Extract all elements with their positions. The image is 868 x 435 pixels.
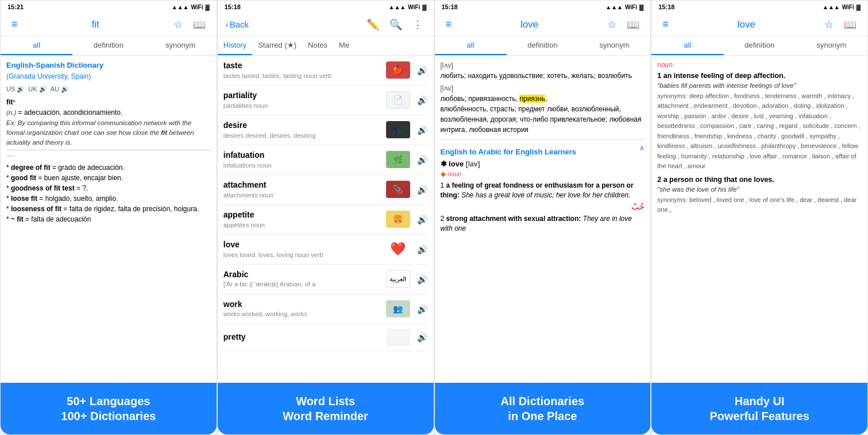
history-item-attachment-text: attachment attachments noun xyxy=(223,180,381,200)
phone-4: 15:18 ▲▲▲ WiFi ▓ ≡ love ☆ 📖 all definiti… xyxy=(651,0,868,435)
tab-synonym-4[interactable]: synonym xyxy=(796,36,867,55)
history-item-taste[interactable]: taste tastes tasted, tastes, tasting nou… xyxy=(223,56,428,86)
menu-icon-4[interactable]: ≡ xyxy=(659,18,672,30)
history-word-partiality: partiality xyxy=(223,90,381,102)
audio-icon-attachment[interactable]: 🔊 xyxy=(417,184,428,196)
thumb-attachment: 📎 xyxy=(386,181,410,198)
bullet-6: * ~ fit = falta de adecuación xyxy=(6,214,211,224)
synonyms-block-2: synonyms: beloved , loved one , love of … xyxy=(657,196,857,213)
phone-4-screen: 15:18 ▲▲▲ WiFi ▓ ≡ love ☆ 📖 all definiti… xyxy=(651,0,868,435)
history-item-infatuation[interactable]: infatuation infatuations noun 🌿 🔊 xyxy=(223,145,428,175)
tab-all-1[interactable]: all xyxy=(1,36,72,55)
time-4: 15:18 xyxy=(658,3,674,10)
history-item-attachment[interactable]: attachment attachments noun 📎 🔊 xyxy=(223,175,428,205)
tab-bar-1: all definition synonym xyxy=(1,36,217,56)
audio-icon-love[interactable]: 🔊 xyxy=(417,243,428,255)
tab-definition-4[interactable]: definition xyxy=(724,36,796,55)
history-word-taste: taste xyxy=(223,60,381,72)
history-sub-desire: desires desired, desires, desiring xyxy=(223,131,381,140)
pron-us[interactable]: US 🔊 xyxy=(6,85,25,94)
pron-au[interactable]: AU 🔊 xyxy=(51,85,69,94)
phone-2: 15:18 ▲▲▲ WiFi ▓ ‹ Back ✏️ 🔍 ⋮ History S… xyxy=(217,0,434,435)
tab-starred[interactable]: Starred (★) xyxy=(252,36,302,55)
collapse-icon-3[interactable]: ∧ xyxy=(639,143,645,153)
arabic-entry-block: ✱ love [lav] ◆ noun 1 a feeling of great… xyxy=(441,159,645,233)
audio-icon-desire[interactable]: 🔊 xyxy=(417,124,428,136)
audio-icon-infatuation[interactable]: 🔊 xyxy=(417,154,428,166)
menu-icon-3[interactable]: ≡ xyxy=(443,18,455,30)
history-sub-infatuation: infatuations noun xyxy=(223,161,381,170)
history-item-love[interactable]: love loves loved, loves, loving noun ver… xyxy=(223,235,428,265)
content-3: [lʌv] любить; находить удовольствие; хот… xyxy=(435,56,651,383)
history-item-desire[interactable]: desire desires desired, desires, desirin… xyxy=(223,115,428,145)
def-block-1: 1 an intense feeling of deep affection. … xyxy=(657,71,862,172)
tab-definition-1[interactable]: definition xyxy=(72,36,144,55)
audio-icon-taste[interactable]: 🔊 xyxy=(417,64,428,76)
menu-icon-1[interactable]: ≡ xyxy=(9,18,21,30)
history-item-partiality[interactable]: partiality partialities noun 📄 🔊 xyxy=(223,86,428,115)
history-item-work[interactable]: work works worked, working, works 👥 🔊 xyxy=(223,294,428,324)
audio-icon-pretty[interactable]: 🔊 xyxy=(417,331,428,343)
history-item-pretty[interactable]: pretty 🔊 xyxy=(223,324,428,351)
history-sub-work: works worked, working, works xyxy=(223,310,381,319)
phone-1: 15:21 ▲▲▲ WiFi ▓ ≡ fit ☆ 📖 all definitio… xyxy=(0,0,217,435)
diamond-icon: ◆ xyxy=(441,170,446,178)
wifi-icon-2: WiFi xyxy=(408,4,420,10)
bullet-3: * goodness of fit test = ?. xyxy=(6,183,211,193)
tab-all-3[interactable]: all xyxy=(435,36,507,55)
def-num-2: 2 xyxy=(657,176,663,184)
book-icon-1[interactable]: 📖 xyxy=(190,18,209,31)
audio-icon-arabic[interactable]: 🔊 xyxy=(417,273,428,285)
status-icons-2: ▲▲▲ WiFi ▓ xyxy=(388,4,426,10)
history-item-work-text: work works worked, working, works xyxy=(223,299,381,319)
battery-icon-4: ▓ xyxy=(857,4,861,10)
bookmark-icon-4[interactable]: ☆ xyxy=(821,18,836,31)
history-item-pretty-text: pretty xyxy=(223,332,381,343)
history-sub-love: loves loved, loves, loving noun verb xyxy=(223,251,381,259)
bookmark-icon-1[interactable]: ☆ xyxy=(171,18,186,31)
tab-all-4[interactable]: all xyxy=(651,36,723,55)
audio-icon-work[interactable]: 🔊 xyxy=(417,303,428,315)
book-icon-4[interactable]: 📖 xyxy=(841,18,859,31)
history-word-pretty: pretty xyxy=(223,332,381,343)
history-item-arabic[interactable]: Arabic ['Ar·a·bic || 'ærəbɪk] Arabian, o… xyxy=(223,265,428,294)
history-word-desire: desire xyxy=(223,120,381,131)
history-item-arabic-text: Arabic ['Ar·a·bic || 'ærəbɪk] Arabian, o… xyxy=(223,269,381,289)
history-word-love: love xyxy=(223,239,381,251)
entry-example-1: Ex: By comparing this informal communica… xyxy=(6,118,211,148)
noun-label-4: noun xyxy=(657,60,862,70)
tab-synonym-3[interactable]: synonym xyxy=(578,36,650,55)
more-icon[interactable]: ⋮ xyxy=(410,18,426,31)
def-num-1: 1 xyxy=(657,72,663,80)
bottom-banner-2: Word Lists Word Reminder xyxy=(218,383,434,434)
edit-icon[interactable]: ✏️ xyxy=(364,18,382,31)
history-item-taste-text: taste tastes tasted, tastes, tasting nou… xyxy=(223,60,381,80)
nav-title-4: love xyxy=(672,19,821,30)
history-item-appetite[interactable]: appetite appetites noun 🍔 🔊 xyxy=(223,205,428,235)
signal-icon-2: ▲▲▲ xyxy=(388,4,406,10)
thumb-desire: 🌑 xyxy=(386,121,410,138)
tab-synonym-1[interactable]: synonym xyxy=(145,36,217,55)
audio-icon-appetite[interactable]: 🔊 xyxy=(417,213,428,226)
noun-label-arabic: noun xyxy=(447,170,461,177)
tab-me[interactable]: Me xyxy=(333,36,355,55)
time-2: 15:18 xyxy=(225,3,241,10)
tab-definition-3[interactable]: definition xyxy=(507,36,578,55)
book-icon-3[interactable]: 📖 xyxy=(624,18,642,31)
status-icons-4: ▲▲▲ WiFi ▓ xyxy=(823,4,861,10)
tab-history[interactable]: History xyxy=(218,36,252,55)
arabic-def1: 1 a feeling of great fondness or enthusi… xyxy=(441,181,645,200)
russian-trans-2: любовь; привязанность, приязнь,влюблённо… xyxy=(441,94,645,135)
history-sub-partiality: partialities noun xyxy=(223,102,381,110)
pron-uk[interactable]: UK 🔊 xyxy=(28,85,47,94)
audio-icon-partiality[interactable]: 🔊 xyxy=(417,94,428,106)
bookmark-icon-3[interactable]: ☆ xyxy=(604,18,619,31)
tab-notes[interactable]: Notes xyxy=(302,36,333,55)
back-button[interactable]: ‹ Back xyxy=(226,20,249,29)
entry-def-1: (n.) = adecuación, acondicionamiento. xyxy=(6,107,211,118)
history-sub-attachment: attachments noun xyxy=(223,191,381,200)
search-icon[interactable]: 🔍 xyxy=(387,18,405,31)
synonyms-block-1: synonyms: deep affection , fondness , te… xyxy=(657,92,860,170)
history-item-infatuation-text: infatuation infatuations noun xyxy=(223,150,381,170)
history-item-desire-text: desire desires desired, desires, desirin… xyxy=(223,120,381,140)
